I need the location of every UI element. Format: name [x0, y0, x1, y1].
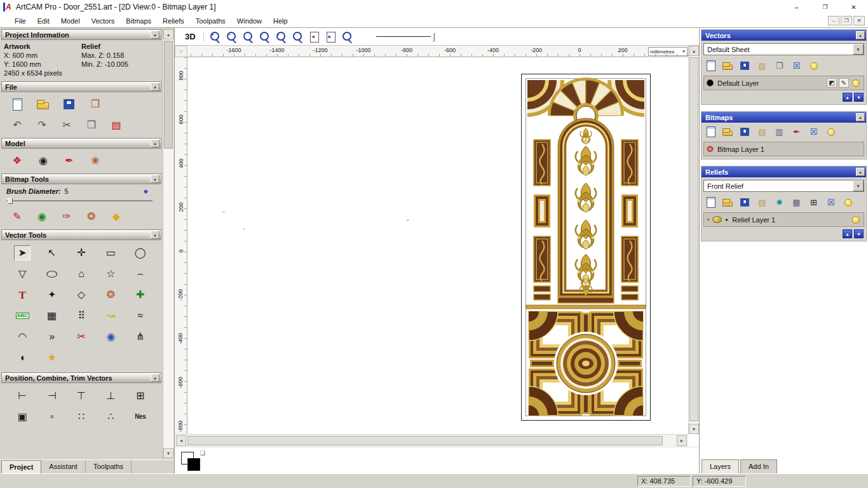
child-restore-button[interactable] [841, 16, 852, 25]
scrollbar-thumb[interactable] [689, 57, 698, 421]
collapse-section-button[interactable] [151, 374, 159, 382]
merge-vector-layers-icon[interactable]: ▨ [755, 59, 770, 72]
space-evenly-icon[interactable]: ∷ [73, 409, 90, 424]
relief-layer-visibility-icon[interactable] [851, 215, 861, 224]
fit-arcs-icon[interactable]: ↝ [102, 308, 119, 323]
line-width-slider[interactable] [432, 32, 437, 41]
create-circle-icon[interactable]: ◯ [132, 245, 149, 261]
menu-item[interactable]: Toolpaths [190, 15, 231, 27]
relief-visibility-icon[interactable] [841, 196, 855, 209]
distribute-icon[interactable]: ∴ [102, 409, 119, 424]
paste-along-curve-icon[interactable]: ✚ [132, 287, 149, 302]
move-layer-up-button[interactable]: ▲ [843, 229, 852, 238]
align-horizontal-icon[interactable]: ▫ [44, 409, 60, 424]
canvas-vertical-scrollbar[interactable]: ▲ ▼ [688, 46, 699, 434]
align-top-icon[interactable]: ⊤ [73, 388, 90, 403]
open-vector-layer-icon[interactable] [721, 59, 735, 72]
panel-tab[interactable]: Toolpaths [86, 460, 132, 473]
menu-item[interactable]: Help [268, 15, 294, 27]
delete-bitmap-layer-icon[interactable]: ☒ [806, 125, 821, 139]
relief-layer-row[interactable]: + ▸ Relief Layer 1 [703, 212, 864, 227]
child-close-button[interactable] [853, 16, 865, 25]
fill-colour-icon[interactable]: ◆ [108, 209, 125, 224]
scroll-right-button[interactable]: ► [677, 435, 687, 446]
set-model-size-icon[interactable]: ❖ [9, 153, 25, 168]
expander-icon[interactable]: ▸ [726, 217, 728, 222]
create-ellipse-icon[interactable]: ◯ [44, 266, 60, 281]
new-sheet-icon[interactable]: ❐ [772, 59, 787, 72]
zoom-in-icon[interactable]: + [208, 30, 222, 44]
bitmap-layer-row[interactable]: ❂ Bitmap Layer 1 [703, 142, 864, 156]
merge-relief-layers-icon[interactable]: ▨ [755, 196, 770, 209]
create-rectangle-icon[interactable]: ▭ [102, 245, 119, 261]
align-centre-icon[interactable]: ⊞ [132, 388, 149, 403]
scrollbar-thumb[interactable] [187, 436, 663, 445]
zoom-previous-icon[interactable] [241, 30, 255, 44]
slice-vectors-icon[interactable]: ◖ [14, 350, 31, 365]
maximize-button[interactable] [811, 0, 839, 14]
scroll-down-button[interactable]: ▼ [163, 448, 173, 458]
layer-colour-icon[interactable]: ✎ [839, 78, 849, 88]
create-text-icon[interactable]: T [14, 287, 31, 302]
nesting-icon[interactable]: Nes [132, 409, 149, 424]
chevron-down-icon[interactable] [853, 180, 864, 191]
align-bottom-icon[interactable]: ⊥ [102, 388, 119, 403]
save-vector-layer-icon[interactable] [738, 59, 752, 72]
delete-relief-layer-icon[interactable]: ☒ [824, 196, 838, 209]
menu-item[interactable]: Model [55, 15, 86, 27]
move-layer-down-button[interactable]: ▼ [854, 93, 864, 102]
calculate-relief-icon[interactable]: ▦ [789, 196, 804, 209]
scale-relief-icon[interactable]: ⊞ [806, 196, 821, 209]
zoom-window-icon[interactable]: ▫ [257, 30, 272, 44]
align-left-icon[interactable]: ⊢ [14, 388, 31, 403]
link-colours-icon[interactable]: ✒ [789, 125, 804, 139]
wrap-text-icon[interactable]: ABC [14, 308, 31, 323]
undo-icon[interactable]: ↶ [9, 118, 25, 133]
paint-vectors-icon[interactable]: ❂ [102, 287, 119, 302]
menu-item[interactable]: Reliefs [157, 15, 190, 27]
vector-texture-icon[interactable]: ★ [44, 350, 60, 365]
open-relief-layer-icon[interactable] [721, 196, 735, 209]
collapse-section-button[interactable] [151, 175, 159, 183]
layer-lock-icon[interactable]: ◩ [827, 78, 837, 88]
fit-curve-icon[interactable]: ≈ [132, 308, 149, 323]
menu-item[interactable]: File [9, 15, 32, 27]
draw-all-icon[interactable]: ◉ [34, 209, 50, 224]
delete-vector-layer-icon[interactable]: ☒ [789, 59, 804, 72]
colour-palette-icon[interactable]: ❂ [83, 209, 100, 224]
scroll-down-button[interactable]: ▼ [689, 424, 699, 434]
create-freehand-icon[interactable]: ▽ [14, 266, 31, 281]
create-arc-icon[interactable]: ⌢ [132, 266, 149, 281]
measure-icon[interactable]: ✦ [44, 287, 60, 302]
create-arc-centre-icon[interactable]: ◠ [14, 329, 31, 344]
copy-icon[interactable]: ❐ [83, 118, 100, 133]
new-relief-layer-icon[interactable] [703, 196, 718, 209]
collapse-section-button[interactable] [151, 30, 159, 39]
panel-tab[interactable]: Project [1, 460, 41, 473]
open-model-icon[interactable] [35, 97, 51, 112]
menu-item[interactable]: Edit [32, 15, 55, 27]
vector-layer-row[interactable]: Default Layer ◩✎ [703, 76, 864, 90]
brush-diameter-slider-thumb[interactable] [8, 198, 13, 204]
scrollbar-thumb[interactable] [164, 41, 173, 149]
collapse-section-button[interactable] [151, 231, 159, 239]
node-editing-icon[interactable]: ↖ [44, 245, 60, 261]
trim-vectors-icon[interactable]: ✂ [73, 329, 90, 344]
collapse-section-button[interactable] [856, 113, 865, 121]
create-star-icon[interactable]: ☆ [102, 266, 119, 281]
new-bitmap-layer-icon[interactable] [703, 125, 718, 139]
layer-colour-swatch[interactable] [707, 79, 714, 86]
vector-doctor-icon[interactable]: ◉ [102, 329, 119, 344]
swap-colours-icon[interactable] [200, 450, 205, 456]
bitmap-contrast-icon[interactable]: ▸ [323, 30, 338, 44]
collapse-section-button[interactable] [151, 139, 159, 147]
units-dropdown[interactable]: millimetres [648, 47, 688, 56]
minimize-button[interactable] [782, 0, 811, 14]
assistant-panel-scrollbar[interactable]: ▲ ▼ [163, 29, 173, 458]
chevron-down-icon[interactable] [853, 44, 864, 55]
join-vectors-icon[interactable]: » [44, 329, 60, 344]
secondary-colour-swatch[interactable] [187, 458, 200, 471]
door-artwork[interactable] [521, 74, 651, 421]
paste-icon[interactable]: ▤ [108, 118, 125, 133]
view-3d-button[interactable]: 3D [181, 30, 200, 43]
